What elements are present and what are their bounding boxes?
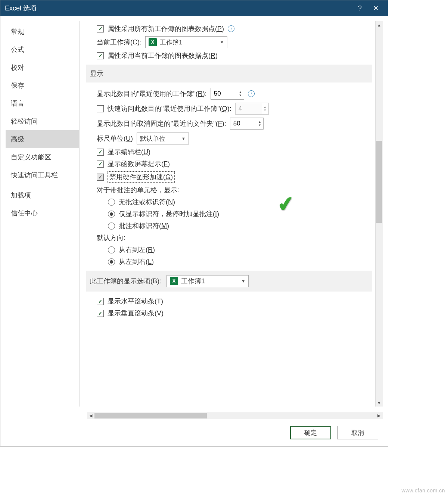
- label-show-hscroll: 显示水平滚动条(T): [108, 297, 163, 306]
- row-quick-access-recent: 快速访问此数目的"最近使用的工作簿"(Q): ▲▼: [86, 103, 372, 115]
- sidebar-item-addins[interactable]: 加载项: [6, 186, 79, 204]
- close-button[interactable]: ✕: [368, 0, 383, 16]
- label-show-function-tips: 显示函数屏幕提示(F): [108, 159, 170, 168]
- section-header-display: 显示: [86, 65, 372, 82]
- sidebar-item-advanced[interactable]: 高级: [6, 130, 79, 148]
- label-direction-ltr: 从左到右(L): [119, 257, 154, 266]
- excel-icon: X: [170, 277, 178, 285]
- dialog-body: 常规 公式 校对 保存 语言 轻松访问 高级 自定义功能区 快速访问工具栏 加载…: [0, 16, 388, 412]
- dropdown-workbook-display[interactable]: X 工作簿1 ▼: [167, 275, 249, 287]
- dialog-footer: 确定 取消: [0, 421, 388, 446]
- scroll-thumb-h[interactable]: [94, 413, 207, 418]
- spinner-recent-folders[interactable]: ▲▼: [230, 118, 264, 130]
- label-comment-both: 批注和标识符(M): [119, 221, 169, 230]
- input-quick-access-recent: [236, 103, 262, 114]
- spin-down-icon[interactable]: ▼: [256, 124, 263, 127]
- spin-up-icon[interactable]: ▲: [237, 90, 244, 94]
- checkbox-show-vscroll[interactable]: [97, 310, 104, 317]
- input-recent-folders[interactable]: [230, 118, 256, 129]
- category-sidebar: 常规 公式 校对 保存 语言 轻松访问 高级 自定义功能区 快速访问工具栏 加载…: [6, 21, 80, 407]
- spinner-quick-access-recent: ▲▼: [235, 103, 269, 115]
- spin-up-icon[interactable]: ▲: [256, 120, 263, 124]
- spin-up-icon: ▲: [262, 105, 268, 109]
- sidebar-item-formulas[interactable]: 公式: [6, 41, 79, 59]
- dropdown-current-workbook[interactable]: X 工作簿1 ▼: [145, 36, 227, 48]
- caret-down-icon: ▼: [237, 279, 245, 283]
- section-header-workbook-display: 此工作簿的显示选项(B): X 工作簿1 ▼: [86, 271, 372, 292]
- scroll-down-icon[interactable]: ▼: [376, 399, 383, 407]
- horizontal-scrollbar[interactable]: ◀ ▶: [87, 412, 383, 419]
- titlebar: Excel 选项 ? ✕: [0, 0, 388, 16]
- vertical-scrollbar[interactable]: ▲ ▼: [375, 21, 383, 407]
- label-show-formula-bar: 显示编辑栏(U): [108, 147, 150, 156]
- dropdown-ruler-units[interactable]: 默认单位 ▼: [137, 133, 189, 144]
- row-prop-all-new-wb: 属性采用所有新工作簿的图表数据点(P) i: [86, 24, 372, 33]
- checkbox-prop-all-new-wb[interactable]: [97, 25, 104, 32]
- row-disable-hardware-acceleration: 禁用硬件图形加速(G): [86, 171, 372, 183]
- sidebar-item-general[interactable]: 常规: [6, 23, 79, 41]
- row-comment-both: 批注和标识符(M): [86, 221, 372, 230]
- window-title: Excel 选项: [5, 4, 352, 13]
- row-recent-workbooks: 显示此数目的"最近使用的工作簿"(R): ▲▼ i: [86, 88, 372, 100]
- row-show-function-tips: 显示函数屏幕提示(F): [86, 159, 372, 168]
- row-direction-rtl: 从右到左(R): [86, 245, 372, 254]
- label-direction-rtl: 从右到左(R): [119, 245, 155, 254]
- row-prop-current-wb: 属性采用当前工作簿的图表数据点(R): [86, 51, 372, 60]
- sidebar-item-save[interactable]: 保存: [6, 77, 79, 94]
- row-comment-indicator: 仅显示标识符，悬停时加显批注(I): [86, 209, 372, 218]
- label-recent-folders: 显示此数目的取消固定的"最近的文件夹"(F):: [97, 119, 226, 128]
- checkbox-quick-access-recent[interactable]: [97, 105, 104, 112]
- radio-comment-indicator[interactable]: [108, 211, 115, 218]
- sidebar-item-customize-ribbon[interactable]: 自定义功能区: [6, 148, 79, 166]
- radio-direction-ltr[interactable]: [108, 258, 115, 265]
- scroll-thumb[interactable]: [376, 141, 382, 223]
- input-recent-workbooks[interactable]: [211, 88, 237, 99]
- radio-comment-both[interactable]: [108, 222, 115, 230]
- scroll-up-icon[interactable]: ▲: [376, 21, 383, 29]
- label-comment-none: 无批注或标识符(N): [119, 197, 175, 206]
- sidebar-item-language[interactable]: 语言: [6, 94, 79, 112]
- label-ruler-units: 标尺单位(U): [97, 134, 133, 143]
- row-recent-folders: 显示此数目的取消固定的"最近的文件夹"(F): ▲▼: [86, 118, 372, 130]
- sidebar-item-quick-access-toolbar[interactable]: 快速访问工具栏: [6, 166, 79, 184]
- spinner-recent-workbooks[interactable]: ▲▼: [211, 88, 244, 100]
- checkbox-show-formula-bar[interactable]: [97, 149, 104, 156]
- options-dialog: Excel 选项 ? ✕ 常规 公式 校对 保存 语言 轻松访问 高级 自定义功…: [0, 0, 388, 446]
- row-current-workbook: 当前工作簿(C): X 工作簿1 ▼: [86, 36, 372, 48]
- caret-down-icon: ▼: [177, 136, 186, 141]
- label-show-vscroll: 显示垂直滚动条(V): [108, 309, 164, 318]
- row-direction-ltr: 从左到右(L): [86, 257, 372, 266]
- row-ruler-units: 标尺单位(U) 默认单位 ▼: [86, 133, 372, 144]
- label-recent-workbooks: 显示此数目的"最近使用的工作簿"(R):: [97, 89, 207, 98]
- content-pane: ✔ 属性采用所有新工作簿的图表数据点(P) i 当前工作簿(C): X 工作: [80, 21, 375, 407]
- checkbox-show-function-tips[interactable]: [97, 161, 104, 168]
- spin-down-icon: ▼: [262, 109, 268, 112]
- sidebar-item-ease-of-access[interactable]: 轻松访问: [6, 112, 79, 130]
- row-show-formula-bar: 显示编辑栏(U): [86, 147, 372, 156]
- caret-down-icon: ▼: [215, 40, 224, 44]
- checkbox-show-hscroll[interactable]: [97, 298, 104, 305]
- dropdown-ruler-units-value: 默认单位: [140, 134, 165, 143]
- help-button[interactable]: ?: [352, 0, 368, 16]
- row-comment-none: 无批注或标识符(N): [86, 197, 372, 206]
- row-show-hscroll: 显示水平滚动条(T): [86, 297, 372, 306]
- spin-down-icon[interactable]: ▼: [237, 94, 244, 97]
- label-prop-current-wb: 属性采用当前工作簿的图表数据点(R): [108, 51, 218, 60]
- label-disable-hardware-acceleration: 禁用硬件图形加速(G): [108, 171, 175, 183]
- radio-direction-rtl[interactable]: [108, 246, 115, 253]
- label-current-workbook: 当前工作簿(C):: [97, 38, 141, 47]
- info-icon[interactable]: i: [248, 90, 255, 97]
- info-icon[interactable]: i: [228, 25, 234, 32]
- scroll-left-icon[interactable]: ◀: [87, 412, 94, 419]
- checkbox-prop-current-wb[interactable]: [97, 52, 104, 59]
- dropdown-workbook-display-value: 工作簿1: [181, 277, 205, 286]
- label-direction-header: 默认方向:: [86, 233, 372, 242]
- checkbox-disable-hardware-acceleration[interactable]: [97, 174, 104, 181]
- scroll-right-icon[interactable]: ▶: [375, 412, 383, 419]
- ok-button[interactable]: 确定: [290, 426, 331, 439]
- cancel-button[interactable]: 取消: [337, 426, 378, 439]
- sidebar-item-trust-center[interactable]: 信任中心: [6, 204, 79, 222]
- radio-comment-none[interactable]: [108, 199, 115, 206]
- sidebar-item-proofing[interactable]: 校对: [6, 59, 79, 77]
- row-show-vscroll: 显示垂直滚动条(V): [86, 309, 372, 318]
